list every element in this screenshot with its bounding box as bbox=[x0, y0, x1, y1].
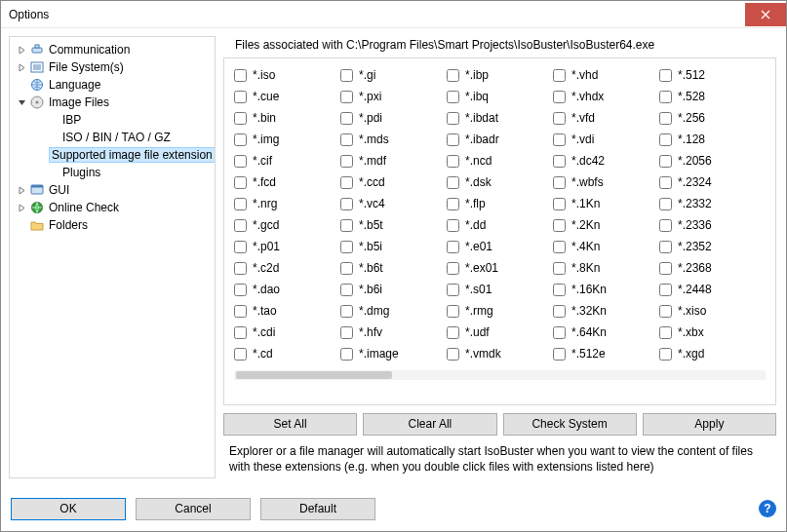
ext-checkbox[interactable] bbox=[553, 133, 566, 146]
ext-item[interactable]: *.2056 bbox=[659, 150, 766, 171]
ext-item[interactable]: *.b6i bbox=[340, 279, 447, 300]
ext-item[interactable]: *.xgd bbox=[659, 343, 766, 364]
ext-checkbox[interactable] bbox=[659, 241, 672, 253]
ext-item[interactable]: *.p01 bbox=[234, 236, 340, 257]
ext-item[interactable]: *.b5i bbox=[340, 236, 447, 257]
ext-checkbox[interactable] bbox=[340, 284, 353, 296]
ext-checkbox[interactable] bbox=[659, 348, 672, 361]
ext-checkbox[interactable] bbox=[447, 262, 459, 275]
ext-checkbox[interactable] bbox=[447, 326, 459, 339]
ext-checkbox[interactable] bbox=[340, 348, 353, 361]
tree-item-iso[interactable]: ISO / BIN / TAO / GZ bbox=[12, 129, 213, 146]
set-all-button[interactable]: Set All bbox=[223, 413, 357, 436]
ext-checkbox[interactable] bbox=[553, 348, 566, 361]
ext-item[interactable]: *.hfv bbox=[340, 322, 447, 343]
help-icon[interactable]: ? bbox=[759, 500, 776, 517]
ext-checkbox[interactable] bbox=[553, 112, 566, 125]
ext-item[interactable]: *.ccd bbox=[340, 171, 447, 193]
tree-item-language[interactable]: Language bbox=[12, 76, 213, 94]
ext-item[interactable]: *.2448 bbox=[659, 279, 766, 300]
ext-horizontal-scrollbar[interactable] bbox=[234, 370, 766, 380]
ext-checkbox[interactable] bbox=[447, 348, 459, 361]
ext-checkbox[interactable] bbox=[234, 198, 247, 210]
ext-item[interactable]: *.2352 bbox=[659, 236, 766, 257]
ext-item[interactable]: *.ex01 bbox=[447, 257, 553, 279]
ext-item[interactable]: *.vc4 bbox=[340, 193, 447, 214]
ext-item[interactable]: *.ibdat bbox=[447, 107, 553, 129]
ext-item[interactable]: *.512e bbox=[553, 343, 659, 364]
ext-checkbox[interactable] bbox=[340, 198, 353, 210]
ext-checkbox[interactable] bbox=[659, 198, 672, 210]
ext-item[interactable]: *.128 bbox=[659, 129, 766, 150]
ext-item[interactable]: *.tao bbox=[234, 300, 340, 322]
ext-checkbox[interactable] bbox=[447, 91, 459, 103]
ext-item[interactable]: *.2Kn bbox=[553, 214, 659, 236]
ext-checkbox[interactable] bbox=[659, 69, 672, 82]
ext-checkbox[interactable] bbox=[340, 91, 353, 103]
ext-item[interactable]: *.image bbox=[340, 343, 447, 364]
ext-checkbox[interactable] bbox=[447, 133, 459, 146]
tree-item-imagefiles[interactable]: Image Files bbox=[12, 94, 213, 111]
ext-item[interactable]: *.dd bbox=[447, 214, 553, 236]
tree-item-communication[interactable]: Communication bbox=[12, 41, 213, 58]
ext-checkbox[interactable] bbox=[340, 326, 353, 339]
ext-checkbox[interactable] bbox=[659, 155, 672, 168]
ext-checkbox[interactable] bbox=[234, 241, 247, 253]
ext-checkbox[interactable] bbox=[447, 305, 459, 318]
ext-item[interactable]: *.ibadr bbox=[447, 129, 553, 150]
chevron-right-icon[interactable] bbox=[16, 46, 27, 55]
ext-item[interactable]: *.8Kn bbox=[553, 257, 659, 279]
ext-checkbox[interactable] bbox=[340, 305, 353, 318]
ext-checkbox[interactable] bbox=[553, 305, 566, 318]
ext-item[interactable]: *.4Kn bbox=[553, 236, 659, 257]
ext-checkbox[interactable] bbox=[659, 305, 672, 318]
ext-checkbox[interactable] bbox=[234, 176, 247, 189]
ext-item[interactable]: *.256 bbox=[659, 107, 766, 129]
ext-checkbox[interactable] bbox=[659, 262, 672, 275]
tree-item-folders[interactable]: Folders bbox=[12, 216, 213, 234]
ext-checkbox[interactable] bbox=[553, 198, 566, 210]
ext-item[interactable]: *.xbx bbox=[659, 322, 766, 343]
ext-checkbox[interactable] bbox=[659, 219, 672, 232]
ext-item[interactable]: *.ibq bbox=[447, 86, 553, 107]
ext-checkbox[interactable] bbox=[447, 241, 459, 253]
ext-item[interactable]: *.nrg bbox=[234, 193, 340, 214]
ext-checkbox[interactable] bbox=[340, 262, 353, 275]
ext-item[interactable]: *.cue bbox=[234, 86, 340, 107]
clear-all-button[interactable]: Clear All bbox=[363, 413, 496, 436]
ext-checkbox[interactable] bbox=[340, 155, 353, 168]
tree-item-plugins[interactable]: Plugins bbox=[12, 164, 213, 181]
ext-item[interactable]: *.vdi bbox=[553, 129, 659, 150]
ext-item[interactable]: *.e01 bbox=[447, 236, 553, 257]
ext-item[interactable]: *.udf bbox=[447, 322, 553, 343]
chevron-right-icon[interactable] bbox=[16, 186, 27, 195]
ext-checkbox[interactable] bbox=[340, 176, 353, 189]
ext-item[interactable]: *.mdf bbox=[340, 150, 447, 171]
ext-item[interactable]: *.2336 bbox=[659, 214, 766, 236]
ext-item[interactable]: *.dsk bbox=[447, 171, 553, 193]
close-button[interactable] bbox=[745, 3, 786, 26]
ext-checkbox[interactable] bbox=[447, 69, 459, 82]
chevron-right-icon[interactable] bbox=[16, 204, 27, 212]
ext-checkbox[interactable] bbox=[340, 112, 353, 125]
ext-checkbox[interactable] bbox=[553, 176, 566, 189]
ext-checkbox[interactable] bbox=[447, 112, 459, 125]
ext-item[interactable]: *.dc42 bbox=[553, 150, 659, 171]
ext-item[interactable]: *.mds bbox=[340, 129, 447, 150]
ext-item[interactable]: *.xiso bbox=[659, 300, 766, 322]
check-system-button[interactable]: Check System bbox=[503, 413, 637, 436]
ext-item[interactable]: *.b5t bbox=[340, 214, 447, 236]
ext-checkbox[interactable] bbox=[553, 91, 566, 103]
ext-checkbox[interactable] bbox=[447, 284, 459, 296]
ext-item[interactable]: *.16Kn bbox=[553, 279, 659, 300]
ext-checkbox[interactable] bbox=[340, 69, 353, 82]
ext-checkbox[interactable] bbox=[553, 155, 566, 168]
ext-item[interactable]: *.vfd bbox=[553, 107, 659, 129]
ext-checkbox[interactable] bbox=[234, 305, 247, 318]
ext-item[interactable]: *.vmdk bbox=[447, 343, 553, 364]
ext-item[interactable]: *.pdi bbox=[340, 107, 447, 129]
ext-item[interactable]: *.flp bbox=[447, 193, 553, 214]
ext-item[interactable]: *.cdi bbox=[234, 322, 340, 343]
tree-item-ibp[interactable]: IBP bbox=[12, 111, 213, 129]
default-button[interactable]: Default bbox=[260, 498, 375, 520]
